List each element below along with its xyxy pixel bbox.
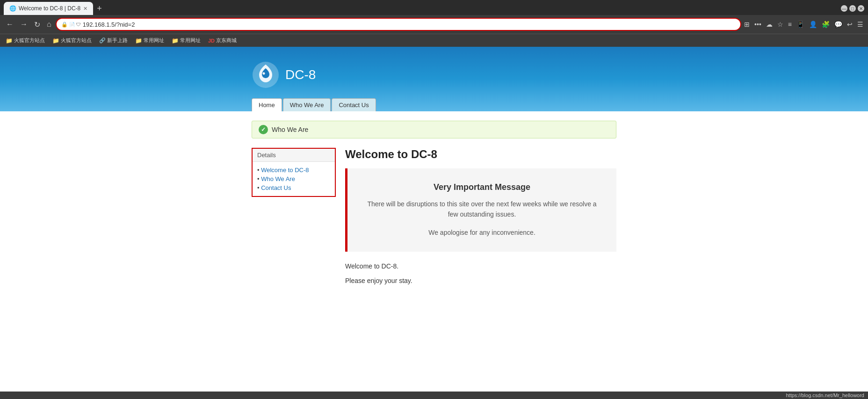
bookmark-item-4[interactable]: 📁 常用网址: [133, 36, 166, 45]
chat-icon[interactable]: 💬: [833, 20, 843, 29]
sidebar-block: Details Welcome to DC-8 Who We Are Conta…: [252, 148, 336, 197]
home-button[interactable]: ⌂: [44, 19, 54, 29]
folder-icon-2: 📁: [52, 37, 59, 44]
address-bar-wrapper: 🔒 📄 🛡: [56, 18, 741, 31]
footer-text-1: Welcome to DC-8.: [345, 261, 616, 271]
bookmark-label-1: 火狐官方站点: [14, 37, 45, 44]
bookmark-item-1[interactable]: 📁 火狐官方站点: [4, 36, 47, 45]
active-tab[interactable]: 🌐 Welcome to DC-8 | DC-8 ✕: [4, 2, 93, 15]
tab-bar: 🌐 Welcome to DC-8 | DC-8 ✕ + — □ ✕: [0, 0, 868, 15]
synced-tabs-icon[interactable]: 📱: [796, 20, 805, 29]
tab-close-button[interactable]: ✕: [83, 6, 87, 12]
status-bar-url: https://blog.csdn.net/Mr_helloword: [786, 392, 864, 398]
bookmark-item-6[interactable]: JD 京东商城: [206, 36, 239, 45]
site-header: DC-8 Home Who We Are Contact Us: [0, 47, 868, 111]
breadcrumb-check-icon: ✓: [259, 125, 268, 134]
window-maximize-button[interactable]: □: [849, 5, 856, 12]
sidebar-block-title: Details: [253, 149, 335, 162]
site-logo: [252, 61, 280, 89]
sidebar-link-contact-us[interactable]: Contact Us: [257, 183, 330, 192]
star-icon[interactable]: ☆: [776, 20, 784, 29]
back-button[interactable]: ←: [4, 19, 16, 29]
reload-button[interactable]: ↻: [32, 19, 43, 30]
sidebar-block-content: Welcome to DC-8 Who We Are Contact Us: [253, 162, 335, 196]
message-title: Very Important Message: [366, 182, 598, 192]
browser-toolbar: ← → ↻ ⌂ 🔒 📄 🛡 ⊞ ••• ☁ ☆ ≡ 📱 👤 🧩 💬 ↩ ☰: [0, 15, 868, 34]
nav-contact-us[interactable]: Contact Us: [332, 98, 376, 111]
lock-icon: 🔒: [61, 22, 68, 28]
page-content: ✓ Who We Are Details Welcome to DC-8 Who…: [242, 111, 626, 299]
link-icon-3: 🔗: [99, 37, 106, 44]
browser-viewport: DC-8 Home Who We Are Contact Us ✓ Who We…: [0, 47, 868, 399]
more-icon[interactable]: •••: [753, 20, 762, 29]
sidebar-link-who-we-are[interactable]: Who We Are: [257, 174, 330, 183]
tab-title: Welcome to DC-8 | DC-8: [19, 5, 80, 12]
grid-icon[interactable]: ⊞: [743, 20, 751, 29]
profile-icon[interactable]: 👤: [808, 20, 818, 29]
bookmarks-bar: 📁 火狐官方站点 📁 火狐官方站点 🔗 新手上路 📁 常用网址 📁 常用网址 J…: [0, 34, 868, 47]
bookmark-item-2[interactable]: 📁 火狐官方站点: [51, 36, 94, 45]
browser-chrome: 🌐 Welcome to DC-8 | DC-8 ✕ + — □ ✕ ← → ↻…: [0, 0, 868, 47]
nav-who-we-are[interactable]: Who We Are: [283, 98, 331, 111]
site-branding: DC-8: [242, 56, 626, 98]
svg-point-1: [263, 73, 265, 75]
jd-icon: JD: [208, 38, 215, 44]
address-bar-icons: 🔒 📄 🛡: [61, 22, 81, 28]
window-minimize-button[interactable]: —: [841, 5, 847, 12]
bookmark-label-6: 京东商城: [216, 37, 237, 44]
window-controls: — □ ✕: [841, 5, 864, 12]
page-title: Welcome to DC-8: [345, 148, 616, 161]
bookmark-label-3: 新手上路: [107, 37, 128, 44]
content-layout: Details Welcome to DC-8 Who We Are Conta…: [252, 148, 616, 290]
breadcrumb-bar: ✓ Who We Are: [252, 121, 616, 138]
bookmark-label-5: 常用网址: [180, 37, 201, 44]
tab-favicon: 🌐: [9, 5, 16, 12]
new-tab-button[interactable]: +: [93, 4, 106, 13]
nav-home[interactable]: Home: [252, 98, 282, 111]
folder-icon-5: 📁: [172, 37, 179, 44]
undo-icon[interactable]: ↩: [846, 20, 854, 29]
reading-list-icon[interactable]: ≡: [787, 20, 793, 29]
folder-icon-4: 📁: [135, 37, 142, 44]
extensions-icon[interactable]: 🧩: [821, 20, 831, 29]
sidebar: Details Welcome to DC-8 Who We Are Conta…: [252, 148, 336, 197]
address-input[interactable]: [83, 21, 736, 28]
toolbar-right: ⊞ ••• ☁ ☆ ≡ 📱 👤 🧩 💬 ↩ ☰: [743, 20, 864, 29]
sidebar-link-welcome[interactable]: Welcome to DC-8: [257, 166, 330, 174]
bookmark-label-2: 火狐官方站点: [61, 37, 92, 44]
bookmark-label-4: 常用网址: [144, 37, 164, 44]
footer-text-2: Please enjoy your stay.: [345, 276, 616, 286]
forward-button[interactable]: →: [18, 19, 30, 29]
message-body-2: We apologise for any inconvenience.: [366, 227, 598, 238]
bookmark-item-5[interactable]: 📁 常用网址: [170, 36, 203, 45]
window-close-button[interactable]: ✕: [858, 5, 864, 12]
reader-icon: 📄: [69, 22, 75, 27]
status-bar: https://blog.csdn.net/Mr_helloword: [0, 392, 868, 399]
site-nav: Home Who We Are Contact Us: [242, 98, 626, 111]
main-content: Welcome to DC-8 Very Important Message T…: [345, 148, 616, 290]
message-block: Very Important Message There will be dis…: [345, 168, 616, 252]
site-name: DC-8: [285, 67, 316, 82]
breadcrumb-text: Who We Are: [272, 126, 308, 133]
message-body-1: There will be disruptions to this site o…: [366, 199, 598, 220]
menu-icon[interactable]: ☰: [856, 20, 864, 29]
folder-icon-1: 📁: [6, 37, 13, 44]
pocket-icon[interactable]: ☁: [765, 20, 774, 29]
shield-icon: 🛡: [76, 22, 81, 27]
bookmark-item-3[interactable]: 🔗 新手上路: [97, 36, 130, 45]
